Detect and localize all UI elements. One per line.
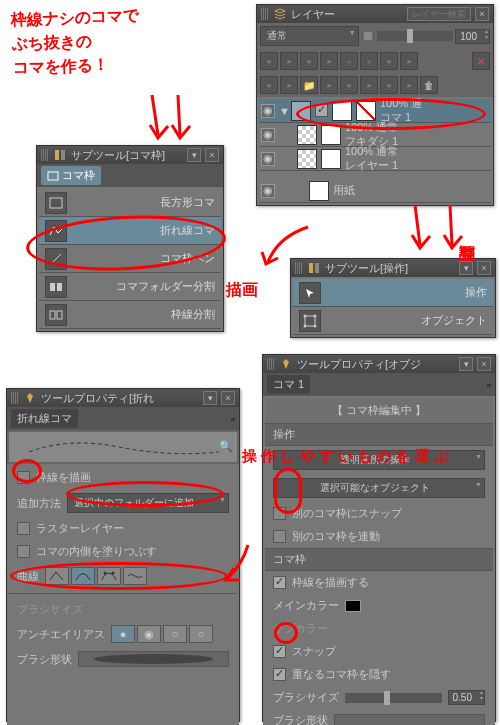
svg-point-12: [304, 314, 307, 317]
layer-row[interactable]: ◉100% 通常レイヤー 1: [259, 147, 491, 171]
layer-btn[interactable]: ▫: [380, 52, 398, 70]
search-icon[interactable]: 🔍: [219, 440, 233, 453]
checkbox[interactable]: [17, 545, 30, 558]
operation-icon: [299, 282, 321, 304]
layer-btn[interactable]: ▫: [400, 76, 418, 94]
slider[interactable]: [345, 693, 442, 703]
curve-btn[interactable]: [45, 567, 69, 585]
icon[interactable]: ▫: [231, 413, 235, 425]
checkbox[interactable]: [273, 507, 286, 520]
dropdown[interactable]: 選択可能なオブジェクト: [273, 478, 485, 498]
prop-row: 透明箇所の操作: [265, 446, 493, 474]
tool-list: 操作 オブジェクト: [291, 277, 495, 337]
titlebar[interactable]: サブツール[操作]▾×: [291, 259, 495, 277]
curve-btn[interactable]: [97, 567, 121, 585]
tool-row[interactable]: オブジェクト: [293, 307, 493, 335]
tool-row[interactable]: コマフォルダー分割: [39, 273, 221, 301]
svg-rect-6: [57, 283, 62, 291]
checkbox[interactable]: [273, 645, 286, 658]
opacity-slider[interactable]: [377, 31, 454, 41]
svg-rect-9: [309, 263, 313, 273]
search-tab[interactable]: レイヤー検索: [407, 7, 471, 21]
layer-btn[interactable]: ▫: [380, 76, 398, 94]
tab[interactable]: コマ 1: [267, 375, 310, 394]
close-icon[interactable]: ×: [477, 261, 491, 275]
menu-icon[interactable]: ▾: [187, 148, 201, 162]
new-layer[interactable]: ▫: [260, 76, 278, 94]
checkbox[interactable]: [273, 576, 286, 589]
aa-btn[interactable]: ○: [163, 625, 187, 643]
eye-icon[interactable]: ◉: [261, 128, 275, 142]
check[interactable]: [315, 104, 328, 117]
trash-icon[interactable]: 🗑: [420, 76, 438, 94]
tab[interactable]: コマ枠: [41, 166, 101, 185]
dropdown[interactable]: 透明箇所の操作: [273, 450, 485, 470]
layer-btn[interactable]: ✕: [472, 52, 490, 70]
tool-row[interactable]: 長方形コマ: [39, 189, 221, 217]
prop-row: メインカラー: [265, 594, 493, 617]
tabrow: コマ 1▫: [263, 373, 495, 396]
layer-row[interactable]: ◉100% 通常フキダシ 1: [259, 123, 491, 147]
prop-body: 【 コマ枠編集中 】 操作 透明箇所の操作 選択可能なオブジェクト 別のコマ枠に…: [263, 396, 495, 725]
eye-icon[interactable]: ◉: [261, 152, 275, 166]
curve-btn[interactable]: [123, 567, 147, 585]
thumb: [332, 101, 352, 121]
layer-btn[interactable]: ▫: [280, 52, 298, 70]
layer-row[interactable]: ◉▼100% 通コマ 1: [259, 99, 491, 123]
addmethod-dropdown[interactable]: 選択中のフォルダーに追加: [67, 493, 229, 513]
blend-dropdown[interactable]: 通常: [260, 26, 359, 46]
layer-row[interactable]: ◉用紙: [259, 179, 491, 203]
brushshape-preview[interactable]: [334, 714, 485, 726]
layer-btn[interactable]: ▫: [300, 52, 318, 70]
arrow-annotation: [430, 200, 480, 260]
color-swatch[interactable]: [345, 600, 361, 612]
layer-btn[interactable]: ▫: [400, 52, 418, 70]
aa-btn[interactable]: ●: [111, 625, 135, 643]
titlebar[interactable]: ツールプロパティ[折れ▾×: [7, 389, 239, 407]
checkbox[interactable]: [17, 522, 30, 535]
tab[interactable]: 折れ線コマ: [11, 409, 78, 428]
layer-btn[interactable]: ▫: [320, 76, 338, 94]
close-icon[interactable]: ×: [475, 7, 489, 21]
checkbox[interactable]: [17, 471, 30, 484]
tool-row[interactable]: 折れ線コマ: [39, 217, 221, 245]
menu-icon[interactable]: ▾: [459, 261, 473, 275]
layer-btn[interactable]: ▫: [360, 76, 378, 94]
new-folder[interactable]: 📁: [300, 76, 318, 94]
close-icon[interactable]: ×: [221, 391, 235, 405]
curve-btn[interactable]: [71, 567, 95, 585]
tool-label: オブジェクト: [327, 313, 487, 328]
subtool-panel-2: サブツール[操作]▾× 操作 オブジェクト: [290, 258, 496, 338]
titlebar[interactable]: レイヤー レイヤー検索 ×: [257, 5, 493, 23]
titlebar[interactable]: ツールプロパティ[オブジ▾×: [263, 355, 495, 373]
eye-icon[interactable]: ◉: [261, 104, 275, 118]
tool-row[interactable]: 操作: [293, 279, 493, 307]
svg-rect-10: [315, 263, 319, 273]
label: ブラシ形状: [273, 713, 328, 725]
tool-row[interactable]: コマ枠ペン: [39, 245, 221, 273]
opacity-value[interactable]: 100: [455, 29, 490, 44]
brush-size-value[interactable]: 0.50: [448, 690, 485, 705]
menu-icon[interactable]: ▾: [203, 391, 217, 405]
new-layer[interactable]: ▫: [280, 76, 298, 94]
titlebar[interactable]: サブツール[コマ枠]▾×: [37, 146, 223, 164]
checkbox[interactable]: [273, 668, 286, 681]
label: 枠線を描画: [36, 470, 91, 485]
checkbox[interactable]: [273, 530, 286, 543]
layer-btn[interactable]: ▫: [340, 52, 358, 70]
layer-btn[interactable]: ▫: [340, 76, 358, 94]
layer-btn[interactable]: ▫: [260, 52, 278, 70]
aa-btn[interactable]: ◉: [137, 625, 161, 643]
icon[interactable]: ▫: [487, 379, 491, 391]
aa-btn[interactable]: ○: [189, 625, 213, 643]
layer-btn[interactable]: ▫: [360, 52, 378, 70]
menu-icon[interactable]: ▾: [459, 357, 473, 371]
brushshape-preview[interactable]: [78, 651, 229, 667]
expand-icon[interactable]: ▼: [279, 105, 287, 117]
eye-icon[interactable]: ◉: [261, 184, 275, 198]
close-icon[interactable]: ×: [477, 357, 491, 371]
layer-toolbar3: ▫▫📁▫▫▫▫▫🗑: [257, 73, 493, 97]
close-icon[interactable]: ×: [205, 148, 219, 162]
tool-row[interactable]: 枠線分割: [39, 301, 221, 329]
layer-btn[interactable]: ▫: [320, 52, 338, 70]
